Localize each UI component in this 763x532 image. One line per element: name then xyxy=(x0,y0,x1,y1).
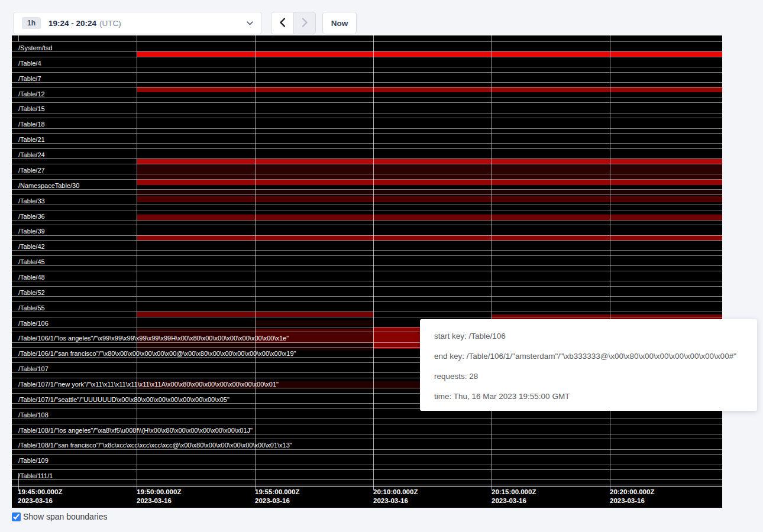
gridline-vertical xyxy=(373,35,374,490)
axis-tick-label: 20:20:00.000Z2023-03-16 xyxy=(610,488,654,505)
gridline-horizontal xyxy=(12,102,722,103)
row-label: /Table/27 xyxy=(18,167,45,174)
gridline-horizontal xyxy=(12,250,722,251)
now-button[interactable]: Now xyxy=(322,12,357,34)
heat-band[interactable] xyxy=(137,51,722,57)
row-label: /Table/106 xyxy=(18,320,49,327)
range-text: 19:24 - 20:24 xyxy=(49,19,96,28)
row-label: /Table/107/1/"new york"/"\x11\x11\x11\x1… xyxy=(18,381,279,388)
plot-bottom-line xyxy=(12,486,722,487)
row-label: /Table/52 xyxy=(18,290,45,296)
row-label: /Table/108/1/"san francisco"/"\x8c\xcc\x… xyxy=(18,442,292,449)
row-label: /Table/7 xyxy=(18,76,41,82)
gridline-horizontal xyxy=(12,424,722,424)
gridline-horizontal xyxy=(12,465,722,465)
axis-tick-label: 20:15:00.000Z2023-03-16 xyxy=(492,488,536,505)
chevron-right-icon xyxy=(302,18,308,29)
gridline-horizontal xyxy=(12,189,722,190)
row-label: /Table/106/1/"san francisco"/"\x80\x00\x… xyxy=(18,351,296,357)
row-label: /Table/106/1/"los angeles"/"\x99\x99\x99… xyxy=(18,335,289,342)
gridline-horizontal xyxy=(12,41,722,42)
gridline-horizontal xyxy=(12,312,722,312)
tooltip-time: time: Thu, 16 Mar 2023 19:55:00 GMT xyxy=(434,387,743,407)
range-duration-badge: 1h xyxy=(22,17,41,29)
tooltip-requests: requests: 28 xyxy=(434,366,743,387)
heatmap-canvas[interactable]: /System/tsd/Table/4/Table/7/Table/12/Tab… xyxy=(12,35,722,508)
row-label: /Table/48 xyxy=(18,274,45,281)
row-label: /Table/111/1 xyxy=(18,473,53,479)
row-label: /Table/18 xyxy=(18,121,45,128)
gridline-horizontal xyxy=(12,82,722,83)
gridline-horizontal xyxy=(12,148,722,149)
gridline-horizontal xyxy=(12,133,722,134)
gridline-horizontal xyxy=(12,57,722,57)
gridline-horizontal xyxy=(12,67,722,67)
gridline-horizontal xyxy=(12,485,722,485)
gridline-horizontal xyxy=(12,72,722,73)
hover-tooltip: start key: /Table/106 end key: /Table/10… xyxy=(420,319,757,411)
gridline-horizontal xyxy=(12,419,722,419)
heat-band[interactable] xyxy=(137,180,722,185)
toolbar: 1h 19:24 - 20:24 (UTC) Now xyxy=(0,0,763,35)
heat-band[interactable] xyxy=(137,190,722,196)
tooltip-start-key: start key: /Table/106 xyxy=(434,326,743,346)
gridline-horizontal xyxy=(12,265,722,266)
heat-band[interactable] xyxy=(373,327,421,349)
gridline-horizontal xyxy=(12,301,722,302)
gridline-horizontal xyxy=(12,87,722,88)
gridline-horizontal xyxy=(12,158,722,159)
row-label: /Table/107 xyxy=(18,366,49,372)
row-label: /Table/12 xyxy=(18,91,45,98)
row-label: /Table/21 xyxy=(18,137,45,143)
gridline-horizontal xyxy=(12,113,722,113)
gridline-horizontal xyxy=(12,434,722,434)
span-boundaries-checkbox[interactable] xyxy=(12,512,21,521)
heat-band[interactable] xyxy=(137,165,722,179)
gridline-horizontal xyxy=(12,286,722,287)
gridline-horizontal xyxy=(12,454,722,455)
gridline-horizontal xyxy=(12,235,722,236)
row-label: /Table/4 xyxy=(18,60,41,67)
axis-tick-label: 20:10:00.000Z2023-03-16 xyxy=(373,488,418,505)
gridline-horizontal xyxy=(12,194,722,195)
gridline-vertical xyxy=(137,35,137,490)
gridline-horizontal xyxy=(12,205,722,205)
gridline-horizontal xyxy=(12,240,722,241)
row-label: /Table/109 xyxy=(18,458,49,464)
row-label: /Table/42 xyxy=(18,244,45,250)
row-label: /Table/108 xyxy=(18,412,49,419)
gridline-horizontal xyxy=(12,271,722,271)
gridline-horizontal xyxy=(12,98,722,98)
row-label: /NamespaceTable/30 xyxy=(18,183,79,189)
row-label: /Table/33 xyxy=(18,198,45,205)
gridline-horizontal xyxy=(12,225,722,225)
span-boundaries-label: Show span boundaries xyxy=(23,512,107,521)
range-timezone: (UTC) xyxy=(99,19,121,28)
row-label: /Table/45 xyxy=(18,259,45,265)
gridline-horizontal xyxy=(12,174,722,174)
gridline-horizontal xyxy=(12,210,722,210)
gridline-vertical xyxy=(610,35,610,490)
axis-tick-label: 19:55:00.000Z2023-03-16 xyxy=(255,488,299,505)
time-range-dropdown[interactable]: 1h 19:24 - 20:24 (UTC) xyxy=(13,12,262,34)
next-range-button[interactable] xyxy=(293,12,316,34)
prev-range-button[interactable] xyxy=(271,12,293,34)
gridline-horizontal xyxy=(12,469,722,470)
gridline-horizontal xyxy=(12,281,722,281)
gridline-horizontal xyxy=(12,118,722,118)
gridline-horizontal xyxy=(12,449,722,450)
gridline-horizontal xyxy=(12,255,722,256)
row-label: /Table/108/1/"los angeles"/"\xa8\xf5\u00… xyxy=(18,427,253,434)
gridline-horizontal xyxy=(12,317,722,317)
gridline-vertical xyxy=(492,35,492,490)
gridline-horizontal xyxy=(12,179,722,180)
axis-tick-label: 19:45:00.000Z2023-03-16 xyxy=(18,488,62,505)
heat-band[interactable] xyxy=(137,196,722,202)
row-label: /Table/36 xyxy=(18,213,45,220)
gridline-vertical xyxy=(18,35,19,41)
gridline-horizontal xyxy=(12,164,722,164)
heat-band[interactable] xyxy=(255,320,373,326)
row-label: /Table/39 xyxy=(18,228,45,235)
row-label: /System/tsd xyxy=(18,45,52,51)
gridline-horizontal xyxy=(12,220,722,220)
